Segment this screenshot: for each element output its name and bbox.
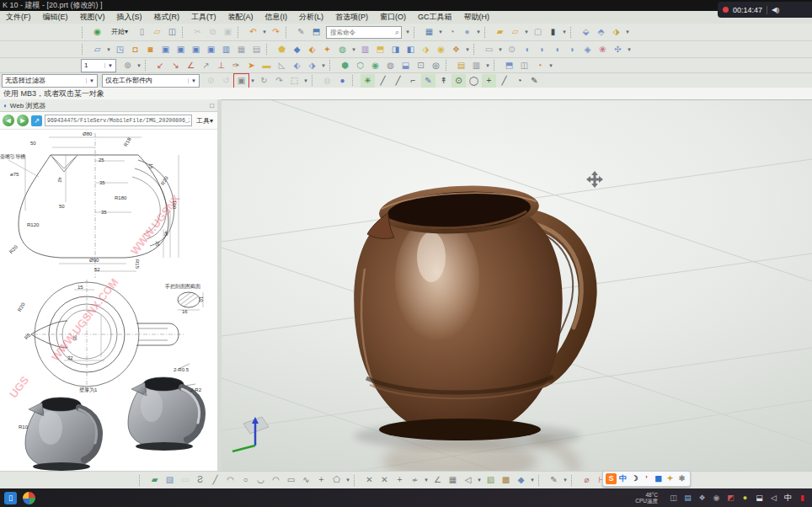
screen-recorder-overlay[interactable]: 00:14:47 ◀)): [718, 2, 812, 18]
surface-dropdown[interactable]: ▾: [497, 43, 504, 56]
browser-panel-tab[interactable]: ◐ Web 浏览器 □: [0, 99, 217, 112]
menu-help[interactable]: 帮助(H): [458, 12, 496, 23]
undo-dropdown[interactable]: ▾: [261, 25, 268, 39]
search-dropdown[interactable]: ▾: [404, 25, 411, 39]
ime-toolbox-icon[interactable]: ✱: [676, 473, 687, 484]
snap-center-toggle[interactable]: ⊙: [451, 74, 466, 88]
section-view-button[interactable]: ⊡: [414, 59, 428, 72]
point-button[interactable]: ↙: [153, 59, 168, 72]
profile-tool[interactable]: Ƨ: [193, 473, 207, 487]
tray-security-icon[interactable]: ●: [740, 493, 751, 504]
shaded-edges-button[interactable]: ⬢: [338, 59, 352, 72]
selection-scope-combo[interactable]: 仅在工作部件内 ▼: [102, 74, 200, 88]
perpendicular-button[interactable]: ⊥: [214, 59, 228, 72]
type-filter-combo[interactable]: 无选择过滤器 ▼: [2, 74, 98, 88]
render-sphere-button[interactable]: ●: [460, 25, 474, 39]
trim-body-button[interactable]: ⬖: [305, 43, 319, 56]
view-dropdown[interactable]: ▾: [624, 25, 631, 39]
tray-volume-icon[interactable]: ◁: [768, 493, 779, 504]
dimension-diameter-tool[interactable]: ⌀: [580, 473, 594, 487]
light-button[interactable]: ▤: [454, 59, 468, 72]
browser-forward-button[interactable]: ►: [17, 115, 29, 126]
user-view-button[interactable]: ◔: [532, 59, 547, 72]
orientation-triad[interactable]: [232, 417, 269, 451]
window-cascade-button[interactable]: ⬒: [502, 59, 516, 72]
cut-button[interactable]: ✂: [190, 25, 205, 39]
edit-more-dropdown[interactable]: ▾: [423, 473, 430, 487]
window-layout-button[interactable]: ▦: [422, 25, 436, 39]
background-button[interactable]: ▥: [469, 59, 483, 72]
isometric-view-button[interactable]: ⬙: [579, 25, 593, 39]
view-more-dropdown[interactable]: ▾: [548, 59, 554, 72]
snap-pole-toggle[interactable]: ✎: [421, 74, 435, 88]
gallery2-button[interactable]: ▱: [508, 25, 522, 39]
sketch-reattach-button[interactable]: ▨: [163, 473, 177, 487]
n-sided-surface-button[interactable]: ◈: [580, 43, 595, 56]
window-layout-dropdown[interactable]: ▾: [437, 25, 444, 39]
true-shading-button[interactable]: ◎: [429, 59, 443, 72]
offset-curve-tool[interactable]: ≁: [408, 473, 422, 487]
unite-button[interactable]: ▣: [174, 43, 188, 56]
chamfer-button[interactable]: ◧: [403, 43, 418, 56]
subtract-button[interactable]: ▣: [189, 43, 203, 56]
command-search-box[interactable]: ⌕: [326, 26, 402, 39]
window-gray-button[interactable]: ▢: [531, 25, 545, 39]
pattern-button[interactable]: ▦: [234, 43, 248, 56]
menu-file[interactable]: 文件(F): [0, 12, 37, 23]
snap-circle-toggle[interactable]: ◯: [467, 74, 481, 88]
style-dropdown[interactable]: ▾: [562, 473, 569, 487]
start-menu-button[interactable]: 开始▾: [105, 25, 134, 39]
menu-analysis[interactable]: 分析(L): [293, 12, 329, 23]
float-panel-button[interactable]: □: [210, 102, 214, 109]
new-file-button[interactable]: ▯: [135, 25, 149, 39]
menu-view[interactable]: 视图(V): [74, 12, 111, 23]
triangle-button[interactable]: ◺: [275, 59, 289, 72]
through-mesh-button[interactable]: ◖: [550, 43, 564, 56]
extrude-button[interactable]: ◳: [113, 43, 127, 56]
rectangle-tool[interactable]: ▭: [284, 473, 298, 487]
menu-tools[interactable]: 工具(T): [185, 12, 222, 23]
snap-tangent-toggle[interactable]: ╱: [497, 74, 511, 88]
paste-button[interactable]: ▣: [221, 25, 235, 39]
cylinder-button[interactable]: ▥: [219, 43, 233, 56]
start-phone-icon[interactable]: ▯: [4, 492, 17, 504]
quick-extend-tool[interactable]: ✕: [377, 473, 392, 487]
shell-button[interactable]: ◍: [335, 43, 350, 56]
recipe-dropdown[interactable]: ▾: [529, 473, 536, 487]
kettle-body[interactable]: [354, 205, 563, 440]
thicken-button[interactable]: ✦: [320, 43, 334, 56]
graphics-viewport[interactable]: [222, 99, 812, 472]
studio-render-button[interactable]: ◍: [383, 59, 398, 72]
save-button[interactable]: ◫: [165, 25, 179, 39]
browser-back-button[interactable]: ◄: [3, 115, 14, 126]
datum-csys-button[interactable]: ⬗: [305, 59, 319, 72]
snap-sketch-toggle[interactable]: ✎: [527, 74, 542, 88]
gallery-button[interactable]: ▰: [493, 25, 507, 39]
tray-bluetooth-icon[interactable]: ❖: [697, 493, 708, 504]
curve-more-dropdown[interactable]: ▾: [345, 473, 351, 487]
spline-button[interactable]: ✑: [229, 59, 243, 72]
face-analysis-button[interactable]: ⬓: [398, 59, 413, 72]
search-input[interactable]: [329, 28, 393, 37]
snap-intersection-toggle[interactable]: +: [482, 74, 496, 88]
tray-update-icon[interactable]: ◩: [725, 493, 736, 504]
swept-surface-button[interactable]: ◗: [565, 43, 580, 56]
through-curves-button[interactable]: ◗: [535, 43, 549, 56]
ime-fullwidth-icon[interactable]: ☽: [629, 473, 640, 484]
ime-skin-icon[interactable]: ✦: [665, 473, 676, 484]
constraints-tool[interactable]: ∠: [430, 473, 445, 487]
menu-information[interactable]: 信息(I): [259, 12, 294, 23]
three-point-arc-tool[interactable]: ◠: [269, 473, 283, 487]
datum-plane-button[interactable]: ⬖: [290, 59, 304, 72]
angle-measure-button[interactable]: ∠: [184, 59, 198, 72]
ime-keyboard-icon[interactable]: ▦: [653, 473, 664, 484]
layer-stack-icon[interactable]: ⊜: [120, 59, 135, 72]
render-dropdown[interactable]: ▾: [484, 59, 491, 72]
edge-blend-button[interactable]: ◨: [388, 43, 403, 56]
tray-network-icon[interactable]: ◉: [711, 493, 722, 504]
tray-input-method-icon[interactable]: 中: [783, 493, 793, 504]
pattern-curve-tool[interactable]: ▦: [446, 473, 460, 487]
mesh-button[interactable]: ◆: [290, 43, 304, 56]
snap-corner-toggle[interactable]: ⌐: [406, 74, 420, 88]
menu-format[interactable]: 格式(R): [148, 12, 186, 23]
